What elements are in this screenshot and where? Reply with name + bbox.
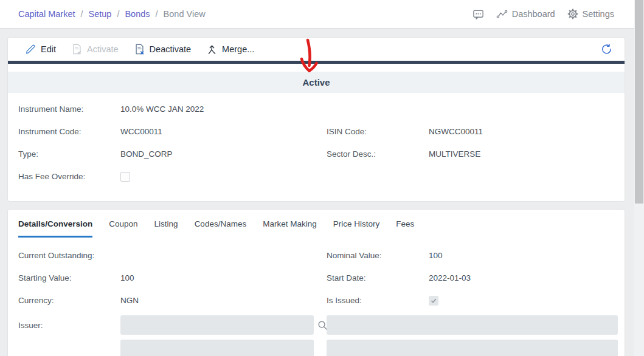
bond-view-page: Capital Market / Setup / Bonds / Bond Vi… <box>0 0 644 356</box>
refresh-icon <box>601 44 612 55</box>
feedback-button[interactable] <box>473 9 484 20</box>
summary-fields: Instrument Name: 10.0% WCC JAN 2022 Inst… <box>8 93 625 188</box>
activate-button[interactable]: Activate <box>72 44 119 55</box>
starting-value-value: 100 <box>120 273 134 282</box>
scrollbar-thumb[interactable] <box>635 0 643 204</box>
header-actions: Dashboard Se <box>473 9 634 20</box>
is-issued-checkbox[interactable] <box>429 296 438 306</box>
field-row: Instrument Code: WCC00011 ISIN Code: NGW… <box>8 120 625 143</box>
tab-codes-names[interactable]: Codes/Names <box>195 219 247 238</box>
isin-code-value: NGWCC00011 <box>429 127 483 136</box>
command-toolbar: Edit Activate Deactivate <box>8 38 625 61</box>
isin-code-label: ISIN Code: <box>327 127 429 136</box>
spacer <box>8 64 625 72</box>
tab-price-history[interactable]: Price History <box>333 219 380 238</box>
merge-label: Merge... <box>222 44 254 54</box>
issuer-input[interactable] <box>120 315 314 335</box>
breadcrumb-separator: / <box>117 9 119 19</box>
nominal-value-label: Nominal Value: <box>327 251 429 260</box>
currency-value: NGN <box>120 296 139 305</box>
tab-listing[interactable]: Listing <box>154 219 178 238</box>
instrument-name-label: Instrument Name: <box>18 104 120 114</box>
activate-label: Activate <box>87 44 119 54</box>
top-header: Capital Market / Setup / Bonds / Bond Vi… <box>0 0 634 29</box>
start-date-label: Start Date: <box>327 273 429 282</box>
breadcrumb-bonds[interactable]: Bonds <box>125 9 150 19</box>
nominal-value-value: 100 <box>429 251 443 260</box>
breadcrumb: Capital Market / Setup / Bonds / Bond Vi… <box>0 9 206 19</box>
field-row: Currency: NGN Is Issued: <box>8 289 625 312</box>
field-row: Instrument Name: 10.0% WCC JAN 2022 <box>8 98 625 120</box>
deactivate-label: Deactivate <box>150 44 192 54</box>
tab-fees[interactable]: Fees <box>396 219 414 238</box>
field-row: Current Outstanding: Nominal Value: 100 <box>8 244 625 267</box>
refresh-button[interactable] <box>601 44 612 55</box>
breadcrumb-capital-market[interactable]: Capital Market <box>18 9 75 19</box>
merge-arrows-icon <box>207 44 217 55</box>
lookup-input[interactable] <box>120 340 314 356</box>
has-fee-override-label: Has Fee Override: <box>18 172 120 181</box>
breadcrumb-separator: / <box>80 9 83 19</box>
dashboard-label: Dashboard <box>512 9 555 19</box>
dashboard-button[interactable]: Dashboard <box>496 9 555 20</box>
bond-details-card: Details/Conversion Coupon Listing Codes/… <box>8 210 625 356</box>
field-row: Has Fee Override: <box>8 165 625 188</box>
issuer-label: Issuer: <box>18 321 120 330</box>
bond-summary-card: Edit Activate Deactivate <box>8 38 625 201</box>
sector-desc-value: MULTIVERSE <box>429 149 480 159</box>
field-row <box>8 340 625 356</box>
type-label: Type: <box>18 149 120 159</box>
breadcrumb-separator: / <box>156 9 158 19</box>
tab-market-making[interactable]: Market Making <box>263 219 317 238</box>
starting-value-label: Starting Value: <box>18 273 120 282</box>
status-text: Active <box>302 77 330 87</box>
breadcrumb-current-bond-view: Bond View <box>164 9 206 19</box>
instrument-code-value: WCC00011 <box>120 127 162 136</box>
issuer-secondary-input[interactable] <box>327 315 618 335</box>
instrument-name-value: 10.0% WCC JAN 2022 <box>120 104 204 114</box>
type-value: BOND_CORP <box>120 149 173 159</box>
instrument-code-label: Instrument Code: <box>18 127 120 136</box>
deactivate-button[interactable]: Deactivate <box>134 44 192 55</box>
field-row: Starting Value: 100 Start Date: 2022-01-… <box>8 267 625 289</box>
tab-bar: Details/Conversion Coupon Listing Codes/… <box>8 210 625 238</box>
sector-desc-label: Sector Desc.: <box>327 149 429 159</box>
is-issued-label: Is Issued: <box>327 296 429 305</box>
details-fields: Current Outstanding: Nominal Value: 100 … <box>8 238 625 356</box>
edit-button[interactable]: Edit <box>25 44 56 55</box>
has-fee-override-checkbox[interactable] <box>120 172 130 182</box>
start-date-value: 2022-01-03 <box>429 273 471 282</box>
field-row: Issuer: <box>8 312 625 338</box>
document-x-icon <box>134 44 145 55</box>
field-row: Type: BOND_CORP Sector Desc.: MULTIVERSE <box>8 143 625 165</box>
check-icon <box>431 298 437 304</box>
tab-coupon[interactable]: Coupon <box>109 219 137 238</box>
lookup-secondary-input[interactable] <box>327 340 618 356</box>
document-check-icon <box>72 44 82 55</box>
currency-label: Currency: <box>18 296 120 305</box>
comment-icon <box>473 9 484 20</box>
merge-button[interactable]: Merge... <box>207 44 254 55</box>
gear-icon <box>567 9 578 19</box>
dashboard-chart-icon <box>496 9 508 20</box>
settings-button[interactable]: Settings <box>567 9 614 19</box>
breadcrumb-setup[interactable]: Setup <box>89 9 112 19</box>
tab-details-conversion[interactable]: Details/Conversion <box>18 219 92 238</box>
status-banner: Active <box>8 72 625 93</box>
vertical-scrollbar[interactable] <box>634 0 644 356</box>
settings-label: Settings <box>583 9 614 19</box>
pencil-icon <box>25 44 36 55</box>
current-outstanding-label: Current Outstanding: <box>18 251 120 260</box>
edit-label: Edit <box>41 44 56 54</box>
